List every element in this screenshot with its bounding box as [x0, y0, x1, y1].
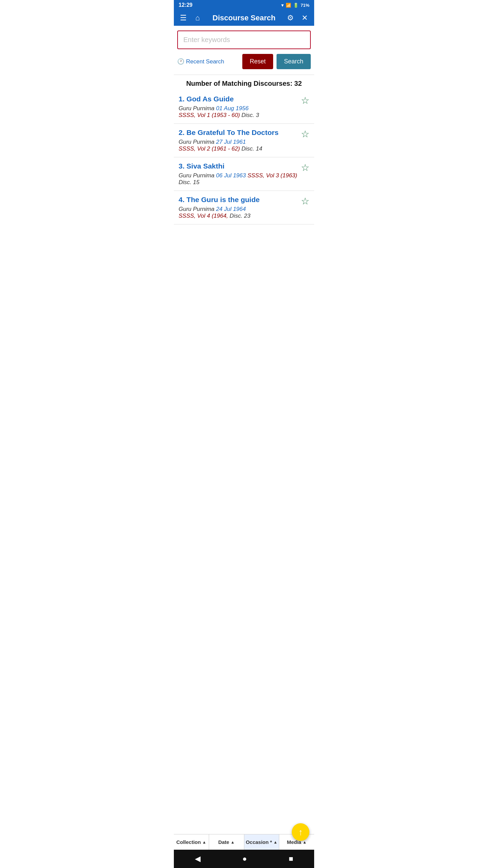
tab-collection[interactable]: Collection▲: [174, 834, 209, 850]
recent-apps-icon[interactable]: ■: [289, 854, 293, 863]
app-title: Discourse Search: [206, 14, 282, 22]
app-header: ☰ ⌂ Discourse Search ⚙ ✕: [174, 10, 314, 26]
signal-icon: 📶: [286, 3, 291, 8]
battery-percent: 71%: [301, 3, 309, 8]
nav-bar: ◀ ● ■: [174, 850, 314, 868]
discourse-item[interactable]: 2. Be Grateful To The Doctors☆Guru Purni…: [174, 124, 314, 157]
disc-label: Disc. 3: [242, 112, 259, 118]
occasion-label: Guru Purnima: [179, 206, 216, 212]
tab-label: Collection: [176, 839, 201, 845]
close-icon[interactable]: ✕: [299, 14, 310, 22]
discourse-item[interactable]: 4. The Guru is the guide☆Guru Purnima 24…: [174, 191, 314, 224]
disc-label: Disc. 23: [230, 213, 250, 219]
battery-icon: 🔋: [293, 3, 299, 8]
disc-label: Disc. 14: [242, 145, 262, 152]
volume-label: SSSS, Vol 3 (1963): [247, 172, 297, 179]
favorite-star-icon[interactable]: ☆: [301, 95, 309, 106]
wifi-icon: ▾: [281, 3, 284, 8]
status-time: 12:29: [179, 2, 192, 8]
tab-label: Occasion *: [246, 839, 272, 845]
scroll-to-top-fab[interactable]: ↑: [292, 823, 309, 841]
discourse-meta: Guru Purnima 27 Jul 1961SSSS, Vol 2 (196…: [179, 139, 309, 152]
status-bar: 12:29 ▾ 📶 🔋 71%: [174, 0, 314, 10]
discourse-meta: Guru Purnima 24 Jul 1964SSSS, Vol 4 (196…: [179, 206, 309, 219]
settings-icon[interactable]: ⚙: [285, 14, 296, 22]
tab-occasion--[interactable]: Occasion *▲: [244, 834, 280, 850]
recent-search-label: Recent Search: [186, 58, 224, 65]
home-nav-icon[interactable]: ●: [242, 854, 247, 863]
home-icon[interactable]: ⌂: [192, 14, 203, 22]
results-count: Number of Matching Discourses: 32: [174, 75, 314, 90]
discourse-title: 1. God As Guide: [179, 95, 309, 103]
recent-search-button[interactable]: 🕐 Recent Search: [177, 58, 239, 65]
search-bar-container: [174, 26, 314, 49]
disc-label: Disc. 15: [179, 179, 199, 185]
menu-icon[interactable]: ☰: [178, 14, 189, 22]
discourse-meta: Guru Purnima 01 Aug 1956SSSS, Vol 1 (195…: [179, 105, 309, 119]
volume-label: SSSS, Vol 4 (1964,: [179, 213, 228, 219]
occasion-label: Guru Purnima: [179, 139, 216, 145]
discourse-title: 2. Be Grateful To The Doctors: [179, 129, 309, 137]
tab-chevron-icon: ▲: [202, 840, 206, 845]
occasion-label: Guru Purnima: [179, 105, 216, 112]
tab-chevron-icon: ▲: [230, 840, 235, 845]
occasion-label: Guru Purnima: [179, 172, 216, 179]
reset-button[interactable]: Reset: [242, 54, 273, 69]
date-label: 06 Jul 1963: [216, 172, 246, 179]
search-input[interactable]: [177, 31, 311, 49]
tab-chevron-icon: ▲: [273, 840, 278, 845]
search-button[interactable]: Search: [277, 54, 311, 69]
date-label: 27 Jul 1961: [216, 139, 246, 145]
favorite-star-icon[interactable]: ☆: [301, 129, 309, 140]
volume-label: SSSS, Vol 1 (1953 - 60): [179, 112, 240, 118]
discourse-title: 4. The Guru is the guide: [179, 196, 309, 204]
favorite-star-icon[interactable]: ☆: [301, 162, 309, 173]
date-label: 01 Aug 1956: [216, 105, 249, 112]
back-nav-icon[interactable]: ◀: [195, 854, 201, 863]
tab-label: Date: [218, 839, 229, 845]
favorite-star-icon[interactable]: ☆: [301, 196, 309, 207]
discourse-item[interactable]: 1. God As Guide☆Guru Purnima 01 Aug 1956…: [174, 90, 314, 124]
discourse-meta: Guru Purnima 06 Jul 1963 SSSS, Vol 3 (19…: [179, 172, 309, 186]
action-row: 🕐 Recent Search Reset Search: [174, 49, 314, 71]
discourse-list: 1. God As Guide☆Guru Purnima 01 Aug 1956…: [174, 90, 314, 834]
status-icons: ▾ 📶 🔋 71%: [281, 3, 309, 8]
discourse-title: 3. Siva Sakthi: [179, 162, 309, 170]
date-label: 24 Jul 1964: [216, 206, 246, 212]
tab-date[interactable]: Date▲: [209, 834, 244, 850]
recent-search-icon: 🕐: [177, 58, 184, 65]
volume-label: SSSS, Vol 2 (1961 - 62): [179, 145, 240, 152]
discourse-item[interactable]: 3. Siva Sakthi☆Guru Purnima 06 Jul 1963 …: [174, 157, 314, 191]
